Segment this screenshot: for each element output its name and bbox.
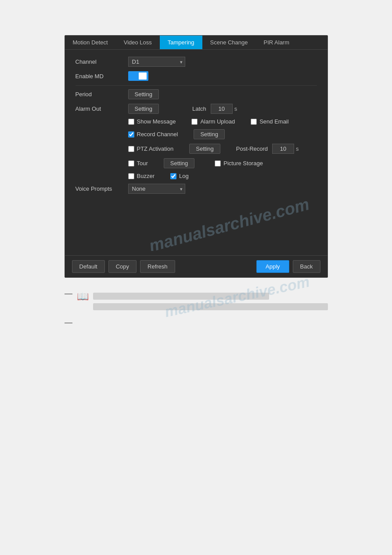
voice-prompts-control: None [128,184,317,194]
line-marker-2 [65,323,72,323]
latch-label: Latch [192,105,206,112]
line-markers [65,290,72,294]
default-button[interactable]: Default [72,260,105,273]
post-record-input[interactable] [272,144,294,154]
page-wrapper: Motion Detect Video Loss Tampering Scene… [0,0,392,341]
ptz-activation-group: PTZ Activation [128,145,174,152]
send-email-group: Send Email [251,118,288,125]
enable-md-toggle[interactable] [128,71,148,81]
channel-label: Channel [76,58,128,65]
log-group: Log [170,173,189,179]
alarm-out-setting-button[interactable]: Setting [128,104,159,114]
log-label[interactable]: Log [179,173,189,179]
record-channel-group: Record Channel [128,131,178,138]
voice-prompts-row: Voice Prompts None [76,184,317,194]
content-spacer: manualsarchive.com [76,198,317,251]
show-message-row: Show Message Alarm Upload Send Email [76,118,317,125]
refresh-button[interactable]: Refresh [140,260,175,273]
book-icon: 📖 [77,291,89,302]
alarm-upload-checkbox[interactable] [191,119,198,125]
picture-storage-label[interactable]: Picture Storage [223,160,263,167]
alarm-out-row: Alarm Out Setting Latch s [76,104,317,114]
buzzer-label[interactable]: Buzzer [137,173,155,179]
picture-storage-group: Picture Storage [215,160,263,167]
tour-group: Tour [128,160,148,167]
divider-1 [76,85,317,86]
latch-suffix: s [234,105,237,112]
gray-bars-container: manualsarchive.com [93,293,328,310]
show-message-label[interactable]: Show Message [137,118,176,125]
check-row-1: Show Message Alarm Upload Send Email [128,118,317,125]
ptz-setting-button[interactable]: Setting [189,144,220,154]
tour-checkbox[interactable] [128,160,134,167]
back-button[interactable]: Back [293,260,320,273]
record-channel-label[interactable]: Record Channel [137,131,178,138]
gray-bar-1 [93,293,269,300]
toggle-knob [139,73,147,80]
record-channel-control: Record Channel Setting [128,129,317,139]
buzzer-checkbox[interactable] [128,173,134,179]
latch-field: Latch s [192,104,237,114]
tab-scene-change[interactable]: Scene Change [202,36,256,49]
tabs-bar: Motion Detect Video Loss Tampering Scene… [65,36,327,50]
alarm-upload-group: Alarm Upload [191,118,235,125]
tour-label[interactable]: Tour [137,160,148,167]
bottom-bar: Default Copy Refresh Apply Back [65,255,327,277]
tour-setting-button[interactable]: Setting [164,158,194,168]
buzzer-control: Buzzer Log [128,173,317,179]
period-control: Setting [128,89,317,99]
alarm-upload-label[interactable]: Alarm Upload [200,118,235,125]
ptz-activation-checkbox[interactable] [128,146,134,152]
send-email-label[interactable]: Send Email [259,118,288,125]
enable-md-control [128,71,317,81]
record-channel-row: Record Channel Setting [76,129,317,139]
tab-video-loss[interactable]: Video Loss [116,36,160,49]
enable-md-label: Enable MD [76,73,128,80]
note-row: 📖 manualsarchive.com [65,290,328,310]
alarm-out-control: Setting Latch s [128,104,317,114]
show-message-group: Show Message [128,118,176,125]
ptz-row: PTZ Activation Setting Post-Record s [76,144,317,154]
watermark-text: manualsarchive.com [147,198,311,251]
show-message-checkbox[interactable] [128,119,134,125]
channel-select[interactable]: D1 [128,57,185,67]
buzzer-group: Buzzer [128,173,155,179]
record-channel-setting-button[interactable]: Setting [194,129,224,139]
period-setting-button[interactable]: Setting [128,89,159,99]
line-marker-1 [65,294,72,294]
picture-storage-checkbox[interactable] [215,160,221,167]
tour-row: Tour Setting Picture Storage [76,158,317,168]
post-record-field: Post-Record s [236,144,299,154]
post-record-suffix: s [296,145,299,152]
enable-md-row: Enable MD [76,71,317,81]
alarm-out-label: Alarm Out [76,105,128,112]
record-channel-checkbox[interactable] [128,131,134,138]
tab-tampering[interactable]: Tampering [160,36,202,49]
watermark-overlay: manualsarchive.com [76,198,317,251]
send-email-checkbox[interactable] [251,119,257,125]
main-panel: Motion Detect Video Loss Tampering Scene… [65,35,328,278]
ptz-control: PTZ Activation Setting Post-Record s [128,144,317,154]
ptz-activation-label[interactable]: PTZ Activation [137,145,174,152]
buzzer-row: Buzzer Log [76,173,317,179]
form-content: Channel D1 Enable MD [65,50,327,255]
channel-row: Channel D1 [76,57,317,67]
latch-input[interactable] [211,104,233,114]
voice-prompts-label: Voice Prompts [76,185,128,192]
voice-prompts-select[interactable]: None [128,184,185,194]
tab-pir-alarm[interactable]: PIR Alarm [256,36,298,49]
channel-control: D1 [128,57,317,67]
copy-button[interactable]: Copy [108,260,137,273]
period-row: Period Setting [76,89,317,99]
apply-button[interactable]: Apply [256,260,289,273]
voice-prompts-dropdown-wrapper: None [128,184,185,194]
post-record-label: Post-Record [236,145,268,152]
period-label: Period [76,91,128,98]
tab-motion-detect[interactable]: Motion Detect [65,36,116,49]
tour-control: Tour Setting Picture Storage [128,158,317,168]
channel-dropdown-wrapper: D1 [128,57,185,67]
log-checkbox[interactable] [170,173,176,179]
note-section: 📖 manualsarchive.com [65,290,328,323]
gray-bar-2 [93,303,328,310]
